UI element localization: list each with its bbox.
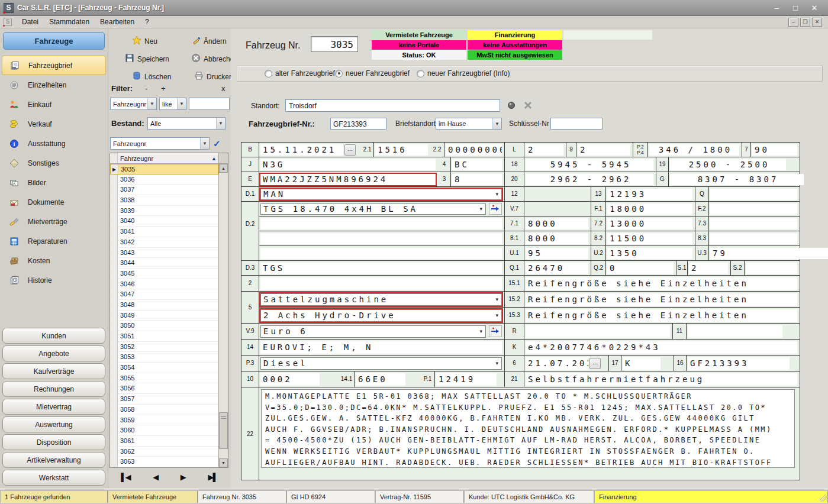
prev-record-button[interactable]: ◀ [148, 471, 162, 483]
form-input[interactable] [260, 277, 502, 290]
module-button-angebote[interactable]: Angebote [2, 345, 105, 361]
form-input[interactable] [260, 248, 502, 259]
radio-button-icon[interactable] [265, 70, 272, 77]
vehicle-row-3056[interactable]: 3056 [110, 383, 218, 394]
module-button-disposition[interactable]: Disposition [2, 434, 105, 450]
filter-clear-button[interactable]: x [221, 84, 225, 93]
vehicle-row-3057[interactable]: 3057 [110, 394, 218, 405]
mdi-close-icon[interactable]: ✕ [812, 18, 822, 27]
form-input[interactable]: e4*2007746*0229*43 [526, 341, 797, 354]
form-select[interactable]: MAN▾ [260, 189, 502, 200]
form-input[interactable]: 2962 - 2962 [526, 174, 653, 185]
form-input[interactable]: 26470 [526, 263, 588, 274]
vehicle-row-3059[interactable]: 3059 [110, 415, 218, 426]
form-input[interactable]: Reifengröße siehe Einzelheiten [526, 293, 797, 306]
form-input[interactable] [526, 325, 670, 338]
form-input[interactable] [688, 325, 782, 338]
maximize-icon[interactable]: □ [790, 4, 801, 12]
toolbar-button-lschen[interactable]: Löschen [132, 71, 171, 82]
form-input[interactable] [260, 233, 502, 244]
standort-input[interactable]: Troisdorf [285, 99, 500, 112]
vehicle-row-3048[interactable]: 3048 [110, 300, 218, 311]
sort-asc-icon[interactable]: ▲ [211, 156, 218, 161]
assign-icon[interactable] [489, 325, 502, 337]
form-select[interactable]: 2 Achs Hydro-Drive▾ [260, 309, 502, 322]
sidebar-item-fahrzeugbrief[interactable]: Fahrzeugbrief [2, 56, 106, 75]
sidebar-item-kosten[interactable]: Kosten [2, 251, 106, 270]
vehicle-row-3047[interactable]: 3047 [110, 289, 218, 300]
sort-field-select[interactable]: Fahrzeugnr▼ [110, 137, 210, 150]
ellipsis-button[interactable]: ... [589, 358, 601, 369]
first-record-button[interactable]: ▌◀ [116, 471, 134, 483]
menu-item-stammdaten[interactable]: Stammdaten [44, 17, 95, 27]
form-input[interactable]: WMA22JZZ5NM896924 [260, 174, 436, 185]
vehicle-row-3035[interactable]: ▶3035 [110, 164, 218, 175]
location-lookup-icon[interactable] [505, 99, 517, 111]
sidebar-item-verkauf[interactable]: Verkauf [2, 114, 106, 134]
radio-neuerfahrzeugbrief[interactable]: neuer Fahrzeugbrief [335, 69, 410, 77]
chevron-down-icon[interactable]: ▾ [476, 206, 485, 212]
form-input[interactable] [260, 218, 502, 230]
schluessel-nr-input[interactable] [550, 118, 603, 130]
form-input[interactable]: 79 [710, 248, 828, 259]
sidebar-item-einkauf[interactable]: Einkauf [2, 95, 106, 114]
chevron-down-icon[interactable]: ▾ [492, 312, 501, 318]
sidebar-header-fahrzeuge[interactable]: Fahrzeuge [3, 32, 105, 50]
form-select[interactable]: Diesel▾ [260, 357, 502, 370]
module-button-werkstatt[interactable]: Werkstatt [2, 470, 105, 486]
mdi-restore-icon[interactable]: ❐ [800, 18, 810, 27]
vehicle-row-3043[interactable]: 3043 [110, 248, 218, 259]
chevron-down-icon[interactable]: ▾ [492, 191, 501, 197]
form-input[interactable] [710, 189, 797, 200]
vehicle-row-3044[interactable]: 3044 [110, 258, 218, 269]
sidebar-item-sonstiges[interactable]: Sonstiges [2, 153, 106, 173]
vehicle-row-3051[interactable]: 3051 [110, 331, 218, 342]
sidebar-item-mietvertrge[interactable]: Mietverträge [2, 212, 106, 231]
vehicle-row-3050[interactable]: 3050 [110, 321, 218, 331]
close-icon[interactable]: ✕ [809, 4, 820, 12]
vehicle-row-3058[interactable]: 3058 [110, 405, 218, 415]
vehicle-row-3036[interactable]: 3036 [110, 175, 218, 185]
form-input[interactable] [746, 263, 797, 274]
form-input[interactable]: N3G [260, 159, 436, 170]
form-input[interactable]: GF213393 [688, 357, 790, 370]
vehicle-row-3060[interactable]: 3060 [110, 425, 218, 436]
clear-location-icon[interactable] [522, 99, 534, 111]
module-button-rechnungen[interactable]: Rechnungen [2, 381, 105, 397]
column-header-fahrzeugnr[interactable]: Fahrzeugnr ▲ [118, 153, 218, 163]
form-input[interactable]: 1350 [607, 248, 692, 259]
form-input[interactable]: 11500 [607, 233, 692, 244]
vehicle-row-3053[interactable]: 3053 [110, 352, 218, 363]
form-input[interactable]: 5945 - 5945 [526, 159, 653, 170]
form-select[interactable]: TGS 18.470 4x4H BL SA▾ [260, 203, 486, 215]
form-input[interactable]: 8000 [526, 233, 588, 244]
chevron-down-icon[interactable]: ▼ [492, 118, 501, 129]
vehicle-row-3046[interactable]: 3046 [110, 279, 218, 290]
form-input[interactable]: 21.07.2021 [526, 357, 588, 370]
menu-item-bearbeiten[interactable]: Bearbeiten [95, 17, 140, 27]
scrollbar-thumb[interactable] [219, 412, 228, 449]
chevron-down-icon[interactable]: ▾ [492, 360, 501, 366]
module-button-auswertung[interactable]: Auswertung [2, 416, 105, 432]
fahrzeugbrief-nr-input[interactable]: GF213393 [330, 118, 386, 130]
form-input[interactable]: 66E0 [356, 373, 405, 386]
apply-sort-icon[interactable]: ✓ [213, 138, 221, 149]
form-input[interactable]: Reifengröße siehe Einzelheiten [526, 309, 797, 322]
scroll-up-icon[interactable]: ▲ [219, 164, 228, 173]
next-record-button[interactable]: ▶ [176, 471, 190, 483]
radio-neuerfahrzeugbriefinfo[interactable]: neuer Fahrzeugbrief (Info) [417, 69, 510, 77]
form-input[interactable]: Selbstfahrermietfahrzeug [526, 373, 797, 386]
vehicle-row-3049[interactable]: 3049 [110, 311, 218, 321]
module-button-kaufvertrge[interactable]: Kaufverträge [2, 363, 105, 379]
sidebar-item-dokumente[interactable]: Dokumente [2, 192, 106, 212]
form-input[interactable]: 2 [526, 144, 563, 156]
toolbar-button-ndern[interactable]: Ändern [191, 35, 227, 47]
sidebar-item-bilder[interactable]: Bilder [2, 173, 106, 192]
remarks-field-22[interactable]: M.MONTAGEPLATTE E1 5R-01 0368; MAX SATTE… [261, 389, 795, 468]
form-input[interactable]: 8000 [526, 218, 588, 230]
form-input[interactable]: 18000 [607, 203, 692, 215]
menu-item-datei[interactable]: Datei [17, 17, 44, 27]
form-input[interactable]: 8 [452, 174, 502, 185]
ellipsis-button[interactable]: ... [344, 144, 356, 156]
filter-value-input[interactable] [189, 98, 230, 110]
